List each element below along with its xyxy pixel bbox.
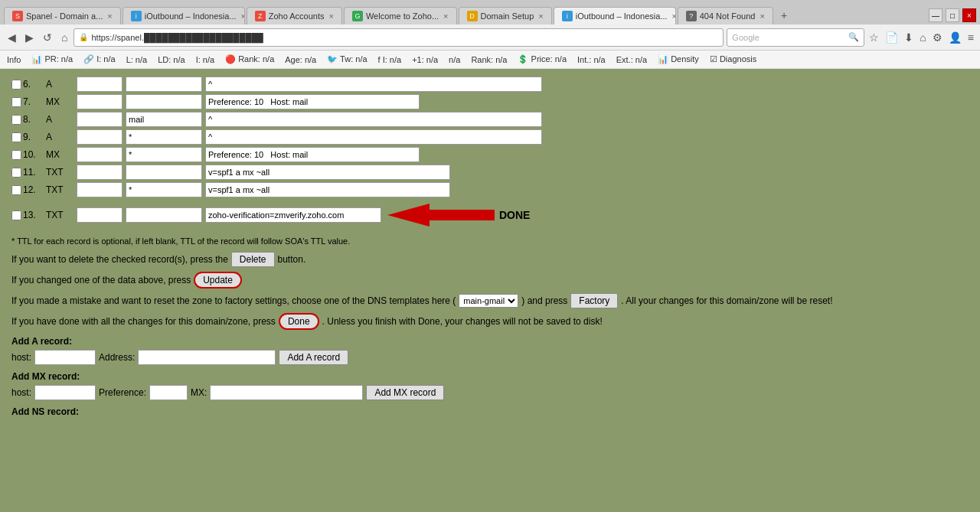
dns-row-13-data[interactable] (205, 207, 381, 223)
bookmark-tw[interactable]: 🐦 Tw: n/a (325, 54, 369, 65)
dns-row-8-checkbox[interactable] (11, 115, 21, 125)
add-a-host-input[interactable] (34, 350, 96, 365)
dns-row-7-ttl[interactable] (77, 94, 122, 109)
minimize-button[interactable]: — (929, 8, 942, 22)
bookmark-int[interactable]: Int.: n/a (575, 54, 608, 65)
bookmark-ld[interactable]: LD: n/a (155, 54, 187, 65)
dns-row-13-ttl[interactable] (77, 207, 122, 223)
dns-row-11-ttl[interactable] (77, 165, 122, 180)
dns-row-12-checkbox[interactable] (11, 185, 21, 195)
add-mx-record-button[interactable]: Add MX record (366, 385, 444, 400)
home-button[interactable]: ⌂ (58, 30, 70, 45)
dns-row-9-ttl[interactable] (77, 129, 122, 145)
home-nav-icon[interactable]: ⌂ (918, 30, 927, 45)
add-a-record-button[interactable]: Add A record (279, 350, 348, 365)
bookmark-info[interactable]: Info (5, 54, 23, 65)
bookmark-i1[interactable]: 🔗 I: n/a (81, 54, 118, 65)
tab-4[interactable]: G Welcome to Zoho... × (344, 7, 457, 24)
dns-template-select[interactable]: main-gmail default custom (459, 294, 518, 308)
dns-row-13-type: TXT (46, 210, 77, 220)
tab-6[interactable]: i iOutbound – Indonesia... × (554, 7, 676, 24)
add-mx-host-input[interactable] (34, 385, 96, 400)
bookmark-fb[interactable]: f I: n/a (376, 54, 404, 65)
bookmark-g1-label: +1: n/a (412, 55, 438, 64)
dns-row-9-host[interactable] (126, 129, 202, 145)
tab-3[interactable]: Z Zoho Accounts × (247, 7, 342, 24)
bookmark-density[interactable]: 📊 Density (655, 54, 701, 65)
update-button[interactable]: Update (194, 272, 242, 289)
reload-button[interactable]: ↺ (40, 30, 55, 45)
bookmark-g1[interactable]: +1: n/a (410, 54, 440, 65)
user-icon[interactable]: 👤 (947, 30, 963, 45)
tab-3-close[interactable]: × (329, 11, 334, 21)
dns-row-11-data[interactable] (205, 165, 450, 180)
tab-5[interactable]: D Domain Setup × (459, 7, 552, 24)
done-button[interactable]: Done (279, 313, 319, 330)
dns-row-11-checkbox[interactable] (11, 168, 21, 178)
tab-1[interactable]: S Spanel - Domain a... × (4, 7, 121, 24)
add-a-address-input[interactable] (138, 350, 276, 365)
factory-button[interactable]: Factory (570, 293, 618, 308)
bookmark-icon[interactable]: 📄 (884, 30, 900, 45)
tab-7-close[interactable]: × (760, 11, 764, 21)
dns-row-13-host[interactable] (126, 207, 202, 223)
address-bar[interactable]: 🔒 https://spanel.████████████████████ (74, 28, 724, 47)
nav-icons: ☆ 📄 ⬇ ⌂ ⚙ 👤 ≡ (867, 30, 975, 45)
dns-row-10-host[interactable] (126, 147, 202, 162)
dns-row-8: 8. A (11, 112, 969, 127)
tab-4-close[interactable]: × (443, 11, 448, 21)
bookmark-age[interactable]: Age: n/a (283, 54, 318, 65)
tab-1-close[interactable]: × (107, 11, 112, 21)
dns-row-9-checkbox[interactable] (11, 132, 21, 142)
bookmark-price[interactable]: 💲 Price: n/a (515, 54, 569, 65)
dns-row-12-ttl[interactable] (77, 182, 122, 197)
dns-row-6-host[interactable] (126, 77, 202, 92)
dns-row-10-checkbox[interactable] (11, 150, 21, 160)
dns-row-10-data[interactable] (205, 147, 420, 162)
forward-button[interactable]: ▶ (22, 30, 37, 45)
tab-5-close[interactable]: × (538, 11, 543, 21)
dns-row-13-checkbox[interactable] (11, 210, 21, 220)
maximize-button[interactable]: □ (946, 8, 959, 22)
dns-row-10-ttl[interactable] (77, 147, 122, 162)
delete-button[interactable]: Delete (231, 252, 275, 267)
bookmark-diagnosis[interactable]: ☑ Diagnosis (707, 54, 759, 65)
bookmark-ext[interactable]: Ext.: n/a (614, 54, 649, 65)
menu-icon[interactable]: ≡ (966, 30, 975, 45)
close-button[interactable]: × (962, 8, 976, 22)
search-bar[interactable]: Google 🔍 (727, 28, 864, 47)
bookmark-i2[interactable]: I: n/a (194, 54, 217, 65)
dns-row-6-ttl[interactable] (77, 77, 122, 92)
delete-suffix-text: button. (278, 254, 306, 265)
dns-row-12-data[interactable] (205, 182, 450, 197)
tab-7[interactable]: ? 404 Not Found × (678, 7, 773, 24)
bookmark-rank1[interactable]: 🔴 Rank: n/a (223, 54, 276, 65)
bookmark-rank2[interactable]: Rank: n/a (469, 54, 509, 65)
bookmark-pr[interactable]: 📊 PR: n/a (29, 54, 75, 65)
download-icon[interactable]: ⬇ (903, 30, 915, 45)
bookmark-l[interactable]: L: n/a (124, 54, 150, 65)
dns-row-7-checkbox[interactable] (11, 97, 21, 107)
dns-row-8-ttl[interactable] (77, 112, 122, 127)
add-mx-mx-input[interactable] (210, 385, 363, 400)
dns-row-8-host[interactable] (126, 112, 202, 127)
star-icon[interactable]: ☆ (867, 30, 880, 45)
new-tab-button[interactable]: + (775, 6, 793, 24)
dns-row-7-data[interactable] (205, 94, 420, 109)
tab-2-close[interactable]: × (241, 11, 245, 21)
dns-row-12-host[interactable] (126, 182, 202, 197)
bookmark-na[interactable]: n/a (446, 54, 462, 65)
dns-row-7-host[interactable] (126, 94, 202, 109)
add-mx-preference-input[interactable] (149, 385, 188, 400)
tab-6-close[interactable]: × (672, 11, 676, 21)
dns-row-6-data[interactable] (205, 77, 542, 92)
back-button[interactable]: ◀ (5, 30, 19, 45)
settings-icon[interactable]: ⚙ (931, 30, 944, 45)
dns-row-11-host[interactable] (126, 165, 202, 180)
address-text: https://spanel.████████████████████ (91, 33, 263, 42)
dns-row-8-data[interactable] (205, 112, 542, 127)
dns-row-6-checkbox[interactable] (11, 80, 21, 90)
dns-row-11: 11. TXT (11, 165, 969, 180)
tab-2[interactable]: i iOutbound – Indonesia... × (122, 7, 245, 24)
dns-row-9-data[interactable] (205, 129, 542, 145)
